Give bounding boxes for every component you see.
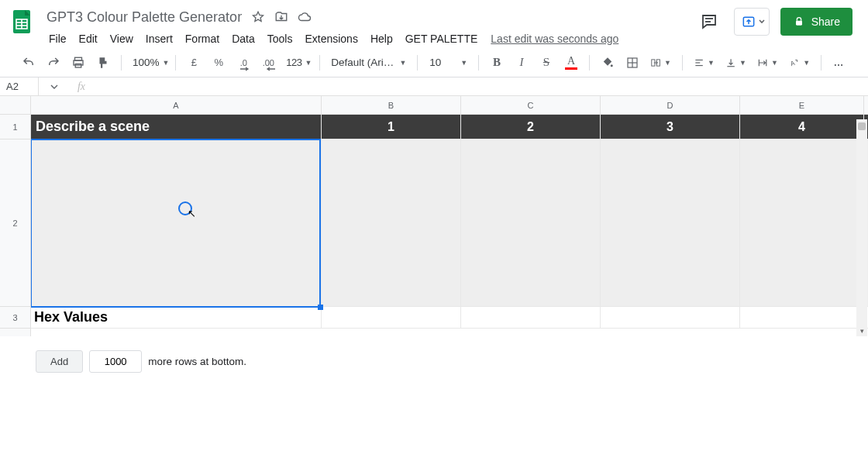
toolbar: 100%▼ £ % .0 .00 123▼ Default (Ari…▼ 10▼… [0,48,868,77]
merge-dropdown[interactable]: ▼ [647,56,674,70]
fx-icon: fx [70,77,93,95]
cell-a2[interactable] [31,139,322,306]
cell-d1[interactable]: 3 [601,115,740,139]
decrease-decimal-button[interactable]: .0 [233,53,253,73]
zoom-dropdown[interactable]: 100%▼ [129,57,168,68]
wrap-dropdown[interactable]: ▼ [754,56,781,70]
add-rows-button[interactable]: Add [36,350,83,373]
fill-color-button[interactable] [598,53,618,73]
add-rows-bar: Add more rows at bottom. [0,336,868,380]
bold-button[interactable]: B [487,53,507,73]
increase-decimal-button[interactable]: .00 [258,53,278,73]
vertical-scrollbar[interactable]: ▴ ▾ [856,119,867,336]
menu-view[interactable]: View [105,29,139,48]
row-header-1[interactable]: 1 [0,115,30,139]
share-label: Share [811,15,840,28]
font-dropdown[interactable]: Default (Ari…▼ [328,57,409,68]
cell-c3[interactable] [461,307,601,328]
menu-data[interactable]: Data [226,29,260,48]
cell-a1[interactable]: Describe a scene [31,115,322,139]
col-header-c[interactable]: C [461,96,601,114]
cell-c1[interactable]: 2 [461,115,601,139]
menu-tools[interactable]: Tools [262,29,298,48]
halign-dropdown[interactable]: ▼ [691,56,718,70]
cell-e1[interactable]: 4 [740,115,864,139]
star-icon[interactable] [251,10,265,24]
scrollbar-thumb[interactable] [858,122,866,130]
menu-insert[interactable]: Insert [140,29,178,48]
percent-button[interactable]: % [208,53,229,73]
paint-format-icon[interactable] [93,53,113,73]
col-header-b[interactable]: B [322,96,461,114]
spreadsheet-grid[interactable]: 1 2 3 A B C D E Describe a scene 1 2 3 4… [0,96,868,336]
print-icon[interactable] [68,53,88,73]
comments-icon[interactable] [695,8,723,36]
selection-handle[interactable] [318,305,323,310]
row-header-3[interactable]: 3 [0,307,30,329]
add-rows-suffix: more rows at bottom. [148,356,246,367]
svg-text:A: A [790,59,797,67]
menu-edit[interactable]: Edit [74,29,103,48]
menu-bar: File Edit View Insert Format Data Tools … [40,26,695,48]
col-header-d[interactable]: D [601,96,740,114]
share-button[interactable]: Share [780,8,852,36]
menu-file[interactable]: File [43,29,72,48]
formula-row: A2 fx [0,77,868,96]
present-button[interactable] [734,8,770,36]
cell-e2[interactable] [740,139,864,306]
svg-rect-8 [796,21,802,26]
cell-d2[interactable] [601,139,740,306]
cell-b1[interactable]: 1 [322,115,461,139]
cell-b3[interactable] [322,307,461,328]
font-size-dropdown[interactable]: 10▼ [425,57,470,68]
col-header-e[interactable]: E [740,96,864,114]
toolbar-more-button[interactable]: … [829,53,849,73]
cloud-status-icon[interactable] [298,10,312,24]
svg-point-12 [611,64,613,67]
row-header-2[interactable]: 2 [0,139,30,307]
add-rows-input[interactable] [89,350,142,373]
strikethrough-button[interactable]: S [536,53,556,73]
redo-icon[interactable] [43,53,64,73]
valign-dropdown[interactable]: ▼ [722,56,749,70]
move-icon[interactable] [274,10,288,24]
currency-button[interactable]: £ [184,53,204,73]
cell-e3[interactable] [740,307,864,328]
menu-extensions[interactable]: Extensions [299,29,363,48]
cell-c2[interactable] [461,139,601,306]
text-color-button[interactable]: A [561,53,581,73]
borders-button[interactable] [622,53,642,73]
sheets-logo[interactable] [6,6,37,37]
number-format-dropdown[interactable]: 123▼ [283,57,312,68]
italic-button[interactable]: I [512,53,532,73]
cell-d3[interactable] [601,307,740,328]
rotate-dropdown[interactable]: A▼ [786,56,813,70]
cell-a3[interactable]: Hex Values [31,307,322,328]
last-edit-link[interactable]: Last edit was seconds ago [491,33,618,45]
doc-title[interactable]: GPT3 Colour Palette Generator [46,8,242,26]
svg-rect-11 [75,64,81,67]
menu-help[interactable]: Help [365,29,398,48]
cell-b2[interactable] [322,139,461,306]
name-box-dropdown[interactable] [39,77,70,95]
formula-bar[interactable] [93,77,868,95]
name-box[interactable]: A2 [0,77,39,95]
undo-icon[interactable] [19,53,39,73]
cursor-icon: ↖ [188,208,196,219]
select-all-corner[interactable] [0,96,30,115]
menu-format[interactable]: Format [180,29,225,48]
menu-get-palette[interactable]: GET PALETTE [400,29,484,48]
col-header-a[interactable]: A [31,96,322,114]
app-header: GPT3 Colour Palette Generator File Edit … [0,0,868,48]
